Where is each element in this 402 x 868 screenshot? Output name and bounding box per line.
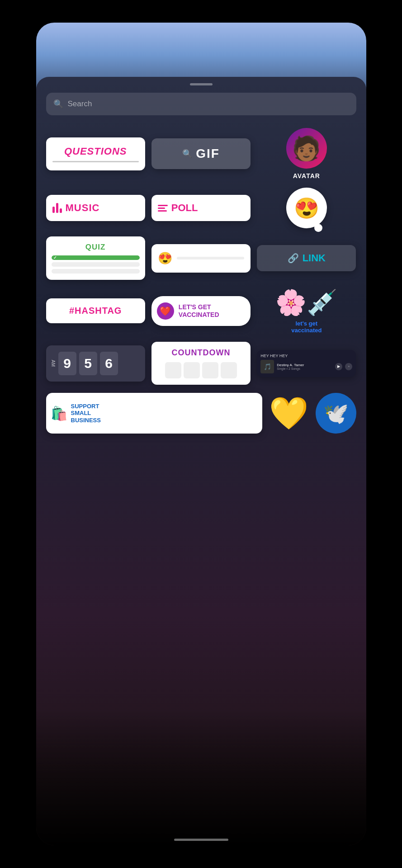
sticker-music-video[interactable]: HEY HEY HEY 🎵 Destiny A. Tamer Single • … (257, 342, 356, 385)
sticker-countdown[interactable]: COUNTDOWN (151, 342, 251, 385)
countdown-boxes (157, 362, 245, 378)
peace-dove-emoji: 🕊️ (323, 401, 349, 425)
support-label: SUPPORTSMALLBUSINESS (71, 403, 101, 424)
clock-minutes: 5 (79, 352, 97, 375)
sticker-support-small-business[interactable]: 🛍️ SUPPORTSMALLBUSINESS (46, 393, 262, 434)
search-placeholder: Search (68, 99, 92, 108)
link-label: LINK (303, 252, 326, 264)
avatar-label: AVATAR (293, 172, 320, 179)
sticker-emoji-reaction[interactable]: 😍 (257, 188, 356, 228)
music-video-controls: ▶ ◦ (335, 363, 352, 370)
sticker-vacc-art[interactable]: 🌸💉 let's getvaccinated (257, 288, 356, 334)
clock-ampm: AM (51, 360, 56, 367)
search-gif-icon: 🔍 (182, 149, 192, 159)
clock-seconds: 6 (100, 352, 118, 375)
sticker-vaccinated[interactable]: ❤️ LET'S GETVACCINATED (151, 288, 251, 334)
sticker-grid: QUESTIONS 🔍 GIF 🧑🏾 AVATAR (46, 128, 356, 385)
vacc-art-text: let's getvaccinated (291, 320, 322, 334)
sticker-poll[interactable]: POLL (151, 188, 251, 228)
ukraine-heart-emoji: 💛 (269, 395, 308, 432)
music-video-title: HEY HEY HEY (260, 354, 352, 358)
sticker-hashtag[interactable]: #HASHTAG (46, 288, 145, 334)
drag-handle[interactable] (190, 83, 213, 85)
vacc-art-emoji: 🌸💉 (275, 288, 338, 317)
vaccinated-icon: ❤️ (157, 302, 174, 320)
countdown-label: COUNTDOWN (157, 348, 245, 358)
sticker-clock[interactable]: AM 9 5 6 (46, 342, 145, 385)
sticker-slider[interactable]: 😍 (151, 236, 251, 280)
gif-label: GIF (196, 146, 220, 161)
emoji-bubble: 😍 (286, 188, 327, 228)
music-video-info: Destiny A. Tamer Single • 2 Songs (277, 363, 332, 370)
music-label: MUSIC (66, 202, 100, 214)
slider-track (177, 257, 244, 259)
link-icon: 🔗 (288, 253, 299, 264)
clock-hours: 9 (58, 352, 76, 375)
sticker-peace-dove[interactable]: 🕊️ (316, 393, 356, 434)
sticker-avatar[interactable]: 🧑🏾 AVATAR (257, 128, 356, 179)
music-bars-icon (52, 203, 62, 213)
home-indicator[interactable] (174, 839, 228, 841)
avatar-image: 🧑🏾 (286, 128, 327, 169)
questions-label: QUESTIONS (52, 146, 139, 157)
bottom-sticker-row: 🛍️ SUPPORTSMALLBUSINESS 💛 🕊️ (46, 393, 356, 461)
sticker-music[interactable]: MUSIC (46, 188, 145, 228)
vaccinated-label: LET'S GETVACCINATED (179, 303, 219, 319)
poll-label: POLL (171, 202, 198, 214)
sticker-ukraine-heart[interactable]: 💛 (269, 393, 309, 434)
hashtag-label: #HASHTAG (69, 306, 122, 316)
slider-emoji: 😍 (158, 251, 172, 265)
support-bag-icon: 🛍️ (51, 406, 67, 421)
search-bar[interactable]: 🔍 Search (46, 93, 356, 115)
sticker-quiz[interactable]: QUIZ ✓ (46, 236, 145, 280)
quiz-checkmark: ✓ (53, 255, 57, 260)
sticker-gif[interactable]: 🔍 GIF (151, 128, 251, 179)
sticker-questions[interactable]: QUESTIONS (46, 128, 145, 179)
poll-lines-icon (158, 205, 168, 212)
quiz-label: QUIZ (52, 243, 140, 252)
music-video-thumb: 🎵 (260, 360, 274, 373)
emoji-reaction-icon: 😍 (294, 196, 319, 220)
sticker-link[interactable]: 🔗 LINK (257, 236, 356, 280)
search-icon: 🔍 (53, 99, 63, 109)
